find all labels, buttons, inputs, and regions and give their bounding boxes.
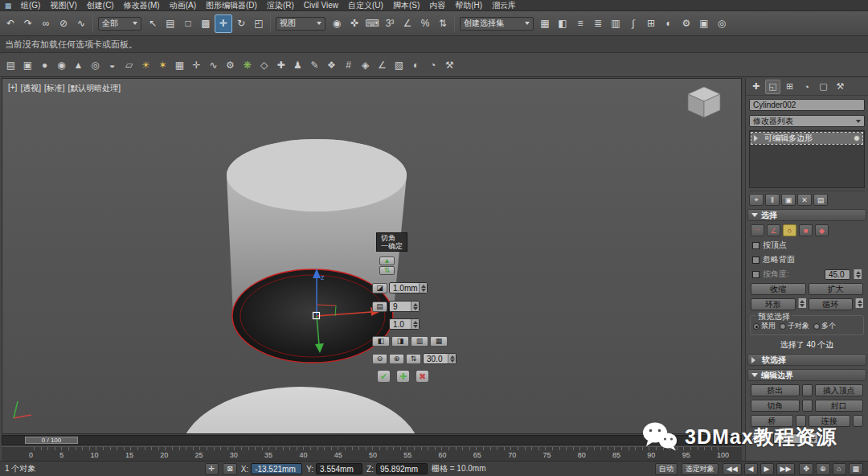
ribbon-light-icon[interactable]: ☀ — [137, 55, 154, 74]
element-subobject-button[interactable]: ◆ — [815, 224, 829, 236]
caddy-invert-open-button[interactable]: ⊕ — [389, 354, 404, 364]
caddy-mitering-b-button[interactable]: ◨ — [391, 336, 409, 347]
go-to-start-button[interactable]: ◀◀ — [723, 463, 742, 475]
time-slider[interactable]: 0 / 100 — [2, 435, 742, 445]
caddy-cancel-button[interactable]: ✖ — [416, 370, 429, 383]
previous-frame-button[interactable]: ◀ — [744, 463, 758, 475]
viewport-label-segment[interactable]: [+] — [8, 83, 17, 94]
shrink-button[interactable]: 收缩 — [751, 283, 806, 295]
ignore-backfacing-checkbox[interactable] — [752, 256, 760, 264]
use-pivot-center-icon[interactable]: ◉ — [328, 14, 346, 33]
motion-tab[interactable]: ◔ — [799, 80, 814, 94]
curve-editor-icon[interactable]: ∫ — [624, 14, 642, 33]
menu-item[interactable]: Civil View — [299, 0, 343, 10]
rollout-edit-borders[interactable]: 编辑边界 — [747, 369, 866, 381]
ribbon-biped-icon[interactable]: ✚ — [272, 55, 289, 74]
caddy-apply-button[interactable]: ✚ — [396, 370, 410, 383]
ribbon-quad-icon[interactable]: ▤ — [2, 55, 19, 74]
weight-spinner[interactable] — [809, 433, 817, 443]
ribbon-atom-icon[interactable]: ❋ — [239, 55, 256, 74]
rollout-soft-selection[interactable]: 软选择 — [747, 354, 866, 366]
bridge-button[interactable]: 桥 — [751, 415, 793, 427]
modifier-stack[interactable]: 可编辑多边形 — [749, 130, 865, 188]
ribbon-region-icon[interactable]: ▧ — [391, 55, 407, 74]
smooth-threshold-field[interactable]: 30.0 — [423, 353, 457, 364]
z-coordinate-field[interactable]: 95.892mm — [376, 463, 428, 474]
view-cube[interactable] — [688, 87, 720, 117]
extrude-settings-button[interactable] — [802, 384, 813, 396]
menu-item[interactable]: 修改器(M) — [119, 0, 165, 10]
material-editor-icon[interactable]: ◐ — [660, 14, 678, 33]
grow-button[interactable]: 扩大 — [809, 283, 864, 295]
ribbon-torus-icon[interactable]: ◎ — [87, 55, 104, 74]
insert-vertex-button[interactable]: 插入顶点 — [815, 384, 864, 396]
ribbon-snap-icon[interactable]: ◈ — [357, 55, 374, 74]
ribbon-teapot-icon[interactable]: ◒ — [104, 55, 121, 74]
spinner-snap-icon[interactable]: ⇅ — [434, 14, 452, 33]
menu-item[interactable]: 溜云库 — [487, 0, 521, 10]
selection-lock-icon[interactable]: ⊠ — [223, 463, 237, 475]
modifier-list-dropdown[interactable]: 修改器列表 — [749, 115, 865, 127]
chamfer-amount-icon[interactable]: ◪ — [372, 283, 387, 293]
bridge-settings-button[interactable] — [796, 415, 806, 427]
ribbon-spacewarp-icon[interactable]: ∿ — [205, 55, 222, 74]
polygon-subobject-button[interactable]: ■ — [799, 224, 813, 236]
mirror-icon[interactable]: ◧ — [554, 14, 571, 33]
hierarchy-tab[interactable]: ⊞ — [782, 80, 797, 94]
ribbon-systems-icon[interactable]: ⚙ — [222, 55, 239, 74]
ribbon-sphere-icon[interactable]: ● — [36, 55, 53, 74]
menu-item[interactable]: 帮助(H) — [450, 0, 487, 10]
menu-item[interactable]: 图形编辑器(D) — [201, 0, 262, 10]
ribbon-material-icon[interactable]: ◐ — [407, 55, 424, 74]
select-and-link-icon[interactable]: ∞ — [37, 14, 55, 33]
render-production-icon[interactable]: ◎ — [713, 14, 731, 33]
redo-icon[interactable]: ↷ — [19, 14, 37, 33]
create-tab[interactable]: ✚ — [748, 80, 764, 94]
smooth-threshold-spinner[interactable] — [448, 354, 456, 363]
utilities-tab[interactable]: ⚒ — [833, 80, 848, 94]
window-crossing-icon[interactable]: ▩ — [197, 14, 215, 33]
ribbon-populate-icon[interactable]: ♟ — [289, 55, 306, 74]
caddy-ok-button[interactable]: ✔ — [377, 370, 391, 383]
chamfer-amount-spinner[interactable] — [419, 283, 427, 293]
bind-to-space-warp-icon[interactable]: ∿ — [72, 14, 90, 33]
by-angle-checkbox[interactable] — [752, 271, 760, 278]
connect-settings-button[interactable] — [853, 415, 863, 427]
chamfer-settings-button[interactable] — [802, 400, 813, 412]
caddy-collapse-button[interactable]: ▲ — [379, 256, 395, 265]
menu-item[interactable]: 组(G) — [16, 0, 45, 10]
rollout-selection[interactable]: 选择 — [747, 209, 866, 221]
expand-arrow-icon[interactable] — [754, 135, 761, 142]
play-button[interactable]: ▶ — [760, 463, 774, 475]
ribbon-helper-icon[interactable]: ✛ — [188, 55, 205, 74]
chamfer-button[interactable]: 切角 — [751, 400, 800, 412]
align-icon[interactable]: ≡ — [571, 14, 589, 33]
border-subobject-button[interactable]: ○ — [783, 224, 796, 236]
ring-spinner[interactable] — [798, 298, 806, 308]
next-frame-button[interactable]: ▶▶ — [776, 463, 796, 475]
caddy-smooth-toggle-button[interactable]: ⇅ — [406, 354, 421, 364]
zoom-button[interactable]: ⊕ — [816, 463, 830, 475]
caddy-mode-b-button[interactable]: ▦ — [430, 336, 448, 347]
extrude-button[interactable]: 挤出 — [751, 384, 800, 396]
zoom-extents-button[interactable]: ⌂ — [833, 463, 846, 475]
viewport-label-segment[interactable]: [默认明暗处理] — [68, 83, 121, 94]
ribbon-plane-icon[interactable]: ▱ — [121, 55, 137, 74]
menu-item[interactable]: 内容 — [424, 0, 450, 10]
caddy-move-button[interactable]: ⇅ — [379, 266, 395, 275]
loop-button[interactable]: 循环 — [809, 298, 854, 310]
keyboard-override-icon[interactable]: ⌨ — [363, 14, 381, 33]
vertex-subobject-button[interactable]: ∵ — [751, 224, 764, 236]
chamfer-segments-spinner[interactable] — [411, 302, 419, 311]
caddy-mode-a-button[interactable]: ▥ — [411, 336, 428, 347]
menu-item[interactable]: 自定义(U) — [343, 0, 388, 10]
select-and-move-icon[interactable]: ✛ — [215, 14, 232, 33]
reference-coordinate-dropdown[interactable]: 视图 — [276, 17, 326, 31]
edge-subobject-button[interactable]: ∠ — [767, 224, 780, 236]
ribbon-grid-icon[interactable]: # — [340, 55, 357, 74]
visibility-bulb-icon[interactable] — [854, 135, 860, 142]
ribbon-measure-icon[interactable]: ∠ — [374, 55, 391, 74]
by-angle-field[interactable]: 45.0 — [825, 269, 850, 280]
connect-button[interactable]: 连接 — [809, 415, 851, 427]
toggle-ribbon-icon[interactable]: ▥ — [607, 14, 624, 33]
